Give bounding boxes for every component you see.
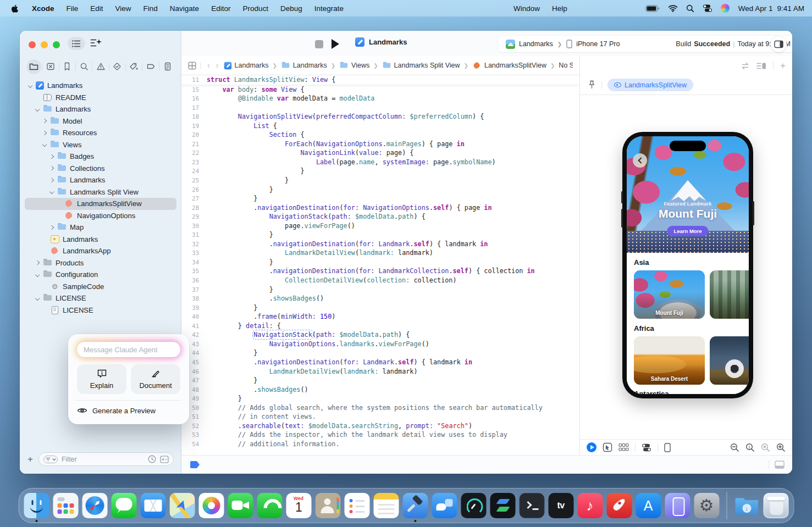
file-landmarksapp[interactable]: LandmarksApp [20, 245, 181, 257]
code-line-26[interactable]: 26 } [181, 185, 579, 195]
crumb-landmarks[interactable]: Landmarks [224, 62, 269, 70]
menu-edit[interactable]: Edit [84, 4, 109, 13]
code-line-28[interactable]: 28 .navigationDestination(for: Navigatio… [181, 203, 579, 213]
zoom-in-icon[interactable] [776, 443, 786, 452]
file-landmarkssplitview[interactable]: LandmarksSplitView [20, 198, 181, 210]
dock-rocket-app[interactable] [606, 493, 632, 518]
bottom-panel-toggle-icon[interactable] [775, 461, 785, 469]
card-serengeti[interactable]: Serengeti [710, 336, 749, 385]
learn-more-button[interactable]: Learn More [667, 226, 708, 236]
file-landmarks-split-view[interactable]: Landmarks Split View [20, 186, 181, 198]
variants-mode-icon[interactable] [618, 443, 629, 452]
tests-navigator-icon[interactable] [110, 59, 125, 74]
dock-facetime[interactable] [228, 493, 253, 518]
code-line-40[interactable]: 40 .frame(minWidth: 150) [181, 312, 579, 321]
swap-editor-icon[interactable] [741, 62, 750, 70]
dock-layers-app[interactable] [490, 493, 515, 518]
dock-maps[interactable] [169, 493, 195, 518]
crumb-landmarks-split-view[interactable]: Landmarks Split View [382, 62, 460, 70]
dock-system-settings[interactable] [694, 493, 719, 518]
intelligence-button[interactable] [90, 38, 102, 49]
editor-options-icon[interactable] [756, 62, 766, 70]
stop-button[interactable] [315, 40, 323, 48]
live-preview-button[interactable] [587, 442, 596, 452]
code-line-48[interactable]: 48 .showsBadges() [181, 385, 579, 395]
code-line-16[interactable]: 16 @Bindable var modelData = modelData [181, 94, 579, 103]
dock-photos[interactable] [198, 493, 224, 518]
menu-help[interactable]: Help [552, 4, 567, 13]
code-line-38[interactable]: 38 .showsBadges() [181, 294, 579, 303]
code-line-42[interactable]: 42 NavigationStack(path: $modelData.path… [181, 330, 579, 340]
preview-device-icon[interactable] [664, 443, 671, 452]
preview-back-button[interactable] [633, 153, 647, 168]
menu-editor[interactable]: Editor [205, 4, 236, 13]
preview-screen[interactable]: Featured Landmark Mount Fuji Learn More … [627, 136, 749, 394]
code-line-51[interactable]: 51 // in content views. [181, 412, 579, 421]
code-line-52[interactable]: 52 .searchable(text: $modelData.searchSt… [181, 421, 579, 431]
apple-menu-icon[interactable] [11, 4, 19, 13]
device-settings-icon[interactable] [642, 443, 651, 452]
code-line-35[interactable]: 35 .navigationDestination(for: LandmarkC… [181, 267, 579, 276]
zoom-out-icon[interactable] [730, 443, 739, 452]
file-landmarks[interactable]: Landmarks [20, 234, 181, 246]
claude-message-input[interactable]: Message Claude Agent [77, 342, 180, 357]
code-line-23[interactable]: 23 Label(page.name, systemImage: page.sy… [181, 158, 579, 167]
dock-contacts[interactable] [315, 493, 340, 518]
code-line-39[interactable]: 39 } [181, 303, 579, 313]
find-navigator-icon[interactable] [76, 59, 91, 74]
code-line-47[interactable]: 47 } [181, 376, 579, 385]
file-landmarks[interactable]: Landmarks [20, 174, 181, 186]
back-button[interactable]: ‹ [207, 61, 210, 70]
dock-music[interactable] [577, 493, 603, 518]
file-map[interactable]: Map [20, 221, 181, 234]
code-line-32[interactable]: 32 .navigationDestination(for: Landmark.… [181, 240, 579, 249]
code-line-27[interactable]: 27 } [181, 194, 579, 203]
crumb-views[interactable]: Views [339, 62, 369, 70]
navigator-toggle-button[interactable] [68, 37, 85, 50]
file-landmarks[interactable]: Landmarks [20, 103, 181, 115]
jump-marker-icon[interactable] [190, 461, 200, 468]
code-line-54[interactable]: 54 // additional information. [181, 440, 579, 449]
file-resources[interactable]: Resources [20, 127, 181, 139]
add-file-button[interactable]: + [27, 454, 33, 465]
dock-terminal[interactable] [519, 493, 544, 518]
related-items-icon[interactable] [188, 62, 196, 70]
changes-navigator-icon[interactable] [43, 59, 58, 74]
file-samplecode[interactable]: ⚙SampleCode [20, 281, 181, 293]
code-line-18[interactable]: 18 NavigationSplitView(preferredCompactC… [181, 112, 579, 121]
dock-notes[interactable] [373, 493, 399, 518]
code-line-22[interactable]: 22 NavigationLink(value: page) { [181, 148, 579, 158]
card-wuling[interactable]: Wuling [710, 270, 749, 319]
file-readme[interactable]: README [20, 92, 181, 104]
code-line-45[interactable]: 45 .navigationDestination(for: Landmark.… [181, 358, 579, 367]
destination-selector[interactable]: iPhone 17 Pro [576, 40, 620, 48]
preview-target-chip[interactable]: LandmarksSplitView [607, 79, 693, 91]
file-collections[interactable]: Collections [20, 163, 181, 175]
zoom-button[interactable] [53, 41, 60, 48]
dock-apps-grid[interactable] [53, 493, 78, 518]
menu-integrate[interactable]: Integrate [308, 4, 350, 13]
close-button[interactable] [29, 41, 36, 48]
issues-navigator-icon[interactable] [93, 59, 108, 74]
siri-icon[interactable] [721, 4, 730, 13]
menu-debug[interactable]: Debug [274, 4, 308, 13]
dock-app-store[interactable] [636, 493, 661, 518]
crumb-landmarkssplitview[interactable]: LandmarksSplitView [472, 62, 546, 70]
recent-files-filter-icon[interactable] [148, 455, 156, 463]
dock-downloads-folder[interactable] [734, 493, 759, 518]
debug-navigator-icon[interactable] [126, 59, 141, 74]
code-line-44[interactable]: 44 } [181, 348, 579, 358]
code-line-34[interactable]: 34 } [181, 258, 579, 267]
code-line-17[interactable]: 17 [181, 103, 579, 113]
breakpoints-navigator-icon[interactable] [143, 59, 158, 74]
explain-button[interactable]: Explain [77, 364, 126, 394]
run-button[interactable] [332, 39, 339, 49]
code-line-15[interactable]: 15 var body: some View { [181, 85, 579, 95]
code-line-24[interactable]: 24 } [181, 167, 579, 176]
code-line-33[interactable]: 33 LandmarkDetailView(landmark: landmark… [181, 248, 579, 258]
control-center-icon[interactable] [703, 4, 712, 12]
dock-phone[interactable] [257, 493, 282, 518]
bookmarks-navigator-icon[interactable] [60, 59, 75, 74]
pin-preview-icon[interactable] [588, 80, 596, 90]
dock-mail[interactable] [140, 493, 165, 518]
